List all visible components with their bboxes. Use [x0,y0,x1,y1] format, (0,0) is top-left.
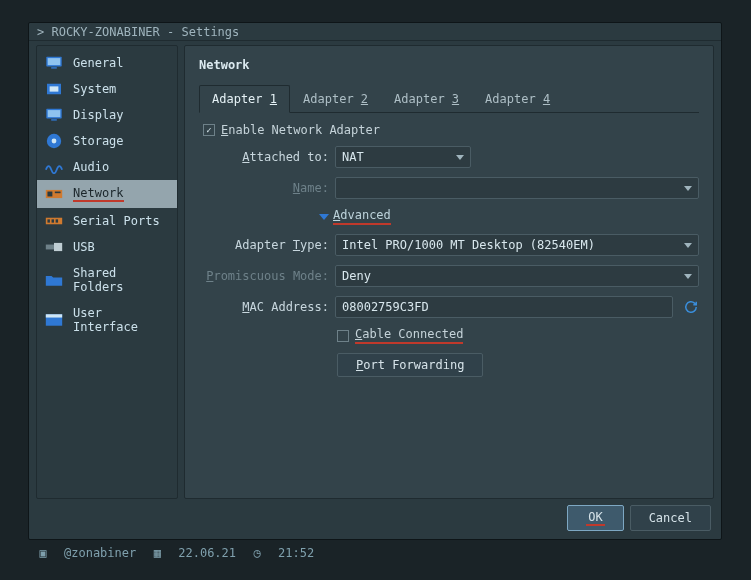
chevron-down-icon [684,186,692,191]
svg-rect-11 [47,192,52,197]
attached-to-select[interactable]: NAT [335,146,471,168]
usb-icon [45,240,63,254]
sidebar-item-label: Storage [73,134,124,148]
dialog-buttons: OK Cancel [567,505,711,531]
waves-icon [45,160,63,174]
sidebar-item-usb[interactable]: USB [37,234,177,260]
adapter-tabs: Adapter 1Adapter 2Adapter 3Adapter 4 [199,84,699,113]
sidebar-item-label: USB [73,240,95,254]
chevron-down-icon [456,155,464,160]
svg-rect-16 [56,219,58,222]
sidebar-item-label: Display [73,108,124,122]
settings-window: > ROCKY-ZONABINER - Settings GeneralSyst… [28,22,722,540]
sidebar-item-system[interactable]: System [37,76,177,102]
svg-rect-15 [52,219,54,222]
port-forwarding-button[interactable]: Port Forwarding [337,353,483,377]
cable-connected-checkbox[interactable] [337,330,349,342]
svg-rect-6 [48,110,61,117]
svg-rect-4 [50,86,59,91]
svg-rect-18 [46,245,54,250]
status-time: 21:52 [278,546,314,560]
sidebar-item-audio[interactable]: Audio [37,154,177,180]
promiscuous-mode-select[interactable]: Deny [335,265,699,287]
sidebar-item-label: Shared Folders [73,266,169,294]
enable-adapter-label: Enable Network Adapter [221,123,380,137]
tab-adapter-1[interactable]: Adapter 1 [199,85,290,113]
tab-adapter-4[interactable]: Adapter 4 [472,85,563,113]
sidebar-item-storage[interactable]: Storage [37,128,177,154]
chip-icon [45,82,63,96]
svg-rect-20 [46,314,62,317]
ui-icon [45,313,63,327]
sidebar-item-serial-ports[interactable]: Serial Ports [37,208,177,234]
svg-rect-7 [51,119,57,120]
sidebar-item-general[interactable]: General [37,50,177,76]
svg-point-9 [52,139,57,144]
folder-icon [45,273,63,287]
status-date: 22.06.21 [178,546,236,560]
sidebar-item-display[interactable]: Display [37,102,177,128]
settings-sidebar: GeneralSystemDisplayStorageAudioNetworkS… [36,45,178,499]
svg-rect-17 [54,243,62,251]
chevron-down-icon [684,243,692,248]
cancel-button[interactable]: Cancel [630,505,711,531]
disc-icon [45,134,63,148]
panel-title: Network [199,58,699,72]
mac-address-input[interactable] [335,296,673,318]
sidebar-item-network[interactable]: Network [37,180,177,208]
svg-rect-2 [51,67,57,68]
statusbar: ▣ @zonabiner ▦ 22.06.21 ◷ 21:52 [36,544,314,562]
advanced-expander[interactable]: Advanced [333,208,391,225]
sidebar-item-shared-folders[interactable]: Shared Folders [37,260,177,300]
sidebar-item-label: General [73,56,124,70]
enable-adapter-checkbox[interactable] [203,124,215,136]
camera-icon: ▣ [36,546,50,560]
sidebar-item-label: Network [73,186,124,202]
sidebar-item-label: System [73,82,116,96]
sidebar-item-user-interface[interactable]: User Interface [37,300,177,340]
sidebar-item-label: Serial Ports [73,214,160,228]
sidebar-item-label: Audio [73,160,109,174]
svg-rect-12 [55,192,61,194]
adapter-type-select[interactable]: Intel PRO/1000 MT Desktop (82540EM) [335,234,699,256]
svg-rect-14 [47,219,49,222]
tab-adapter-3[interactable]: Adapter 3 [381,85,472,113]
expander-icon[interactable] [319,214,329,220]
calendar-icon: ▦ [150,546,164,560]
tab-adapter-2[interactable]: Adapter 2 [290,85,381,113]
refresh-mac-icon[interactable] [683,299,699,315]
adapter-name-select[interactable] [335,177,699,199]
svg-rect-1 [48,58,61,65]
window-title: > ROCKY-ZONABINER - Settings [29,23,721,41]
status-user: @zonabiner [64,546,136,560]
ok-button[interactable]: OK [567,505,623,531]
chevron-down-icon [684,274,692,279]
cable-connected-label: Cable Connected [355,327,463,344]
monitor-icon [45,108,63,122]
network-panel: Network Adapter 1Adapter 2Adapter 3Adapt… [184,45,714,499]
netcard-icon [45,187,63,201]
port-icon [45,214,63,228]
clock-icon: ◷ [250,546,264,560]
sidebar-item-label: User Interface [73,306,169,334]
monitor-icon [45,56,63,70]
